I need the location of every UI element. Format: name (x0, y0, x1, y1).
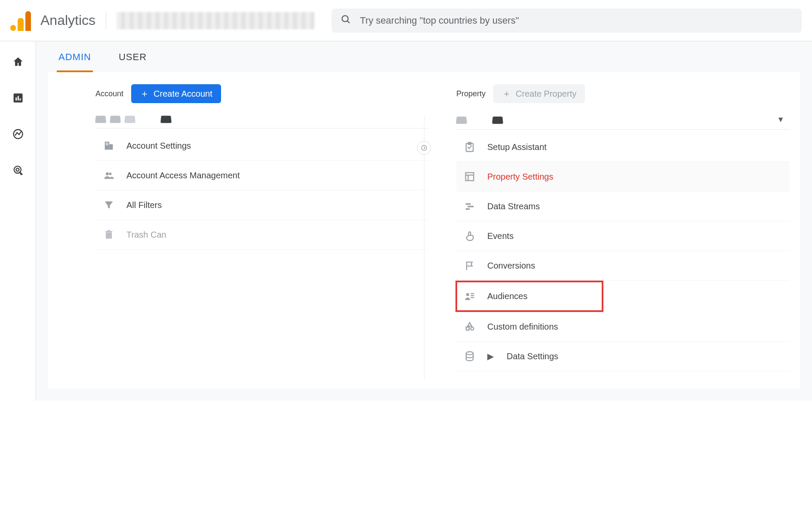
left-nav-rail (0, 41, 36, 401)
admin-panels: Account ＋ Create Account (48, 72, 800, 388)
svg-rect-18 (106, 232, 112, 238)
header-divider (106, 12, 106, 29)
layout-icon (462, 171, 477, 183)
building-icon (102, 140, 116, 152)
logo-block: Analytics (10, 10, 95, 31)
setup-assistant-item[interactable]: Setup Assistant (456, 132, 790, 162)
menu-label: Account Settings (126, 141, 191, 151)
account-breadcrumb-redacted[interactable] (117, 12, 314, 29)
nav-advertising-icon[interactable] (8, 160, 28, 180)
tab-user[interactable]: USER (117, 41, 148, 72)
create-property-button: ＋ Create Property (493, 84, 585, 103)
property-selector[interactable]: ▼ (456, 112, 790, 130)
account-menu: Account Settings Account Access Manageme… (95, 131, 429, 250)
menu-label: All Filters (126, 200, 162, 210)
search-input[interactable] (360, 15, 793, 26)
filter-icon (102, 199, 116, 211)
svg-rect-3 (15, 98, 17, 101)
chevron-right-icon: ▶ (487, 351, 494, 361)
svg-rect-20 (108, 230, 111, 231)
account-settings-item[interactable]: Account Settings (95, 131, 429, 161)
svg-rect-10 (105, 142, 110, 150)
svg-rect-15 (108, 144, 108, 145)
svg-rect-28 (466, 208, 470, 210)
property-column-title: Property (456, 89, 486, 98)
menu-label: Data Streams (487, 202, 540, 211)
menu-label: Trash Can (126, 230, 166, 240)
data-settings-item[interactable]: ▶ Data Settings (456, 342, 790, 371)
conversions-item[interactable]: Conversions (456, 251, 790, 281)
menu-label: Property Settings (487, 172, 553, 182)
svg-rect-5 (19, 98, 21, 101)
svg-rect-26 (466, 203, 471, 205)
touch-icon (462, 230, 477, 242)
shapes-icon (462, 321, 477, 333)
nav-reports-icon[interactable] (8, 88, 28, 108)
plus-icon: ＋ (140, 89, 149, 98)
svg-rect-23 (466, 173, 474, 181)
svg-point-36 (471, 327, 474, 330)
trash-can-item[interactable]: Trash Can (95, 220, 429, 250)
menu-label: Events (487, 231, 514, 241)
create-property-label: Create Property (516, 89, 576, 99)
svg-rect-4 (17, 96, 18, 101)
all-filters-item[interactable]: All Filters (95, 190, 429, 220)
svg-point-37 (466, 352, 473, 355)
app-title: Analytics (40, 12, 95, 28)
stream-icon (462, 200, 477, 212)
account-access-item[interactable]: Account Access Management (95, 161, 429, 190)
property-column: Property ＋ Create Property ▼ (439, 72, 800, 388)
svg-point-30 (466, 293, 469, 296)
menu-label: Conversions (487, 261, 535, 271)
menu-label: Data Settings (507, 352, 558, 361)
menu-label: Custom definitions (487, 322, 558, 332)
svg-rect-19 (105, 231, 112, 232)
property-menu: Setup Assistant Property Settings Data S… (456, 132, 790, 371)
svg-rect-13 (108, 143, 108, 144)
audience-icon (462, 290, 477, 302)
events-item[interactable]: Events (456, 221, 790, 251)
create-account-button[interactable]: ＋ Create Account (131, 84, 221, 103)
property-settings-item[interactable]: Property Settings (456, 162, 790, 192)
svg-rect-35 (466, 327, 469, 330)
flag-icon (462, 260, 477, 272)
svg-point-16 (106, 172, 109, 175)
svg-rect-12 (106, 143, 107, 144)
menu-label: Account Access Management (126, 171, 240, 180)
trash-icon (102, 229, 116, 241)
admin-main: ADMIN USER Account ＋ Create Account (36, 41, 812, 401)
search-bar[interactable] (332, 9, 802, 33)
svg-point-17 (109, 173, 112, 175)
svg-rect-11 (109, 144, 113, 150)
svg-point-8 (16, 168, 19, 171)
svg-line-1 (348, 21, 350, 23)
svg-rect-14 (106, 144, 107, 145)
data-streams-item[interactable]: Data Streams (456, 192, 790, 221)
account-column: Account ＋ Create Account (48, 72, 439, 388)
create-account-label: Create Account (154, 89, 212, 99)
checklist-icon (462, 141, 477, 153)
people-icon (102, 169, 116, 181)
plus-icon: ＋ (502, 89, 511, 98)
account-column-title: Account (95, 89, 123, 98)
svg-rect-27 (468, 206, 474, 208)
svg-marker-34 (468, 323, 471, 326)
menu-label: Audiences (487, 291, 527, 301)
svg-point-0 (342, 15, 348, 21)
analytics-logo-icon (10, 10, 31, 31)
chevron-down-icon: ▼ (777, 115, 784, 124)
admin-tabs: ADMIN USER (48, 41, 800, 72)
menu-label: Setup Assistant (487, 142, 547, 152)
database-icon (462, 350, 477, 362)
audiences-item[interactable]: Audiences (456, 281, 603, 311)
nav-home-icon[interactable] (8, 52, 28, 72)
custom-definitions-item[interactable]: Custom definitions (456, 312, 790, 342)
search-icon (340, 14, 351, 27)
account-selector[interactable] (95, 112, 429, 128)
tab-admin[interactable]: ADMIN (57, 41, 93, 72)
app-header: Analytics (0, 0, 812, 41)
nav-explore-icon[interactable] (8, 124, 28, 144)
